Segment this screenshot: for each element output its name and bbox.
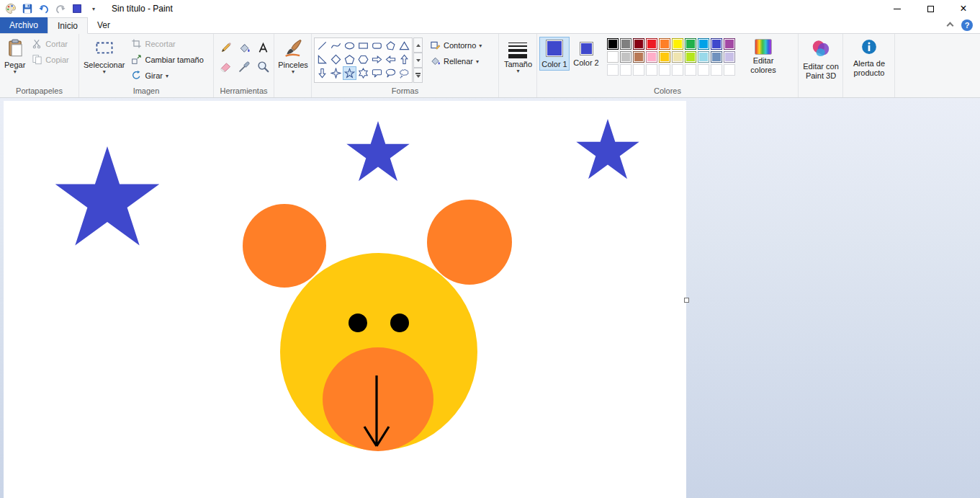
palette-swatch[interactable] <box>646 38 657 50</box>
paint3d-logo-icon <box>811 38 831 61</box>
app-menu-button[interactable] <box>3 1 19 17</box>
undo-button[interactable] <box>36 1 52 17</box>
palette-swatch-empty[interactable] <box>685 64 696 76</box>
eraser-tool-button[interactable] <box>217 58 234 75</box>
tab-inicio[interactable]: Inicio <box>48 17 88 34</box>
paint-canvas[interactable] <box>4 101 686 498</box>
size-button[interactable]: Tamaño ▾ <box>502 36 534 74</box>
palette-swatch[interactable] <box>724 51 735 63</box>
outline-button[interactable]: Contorno ▾ <box>427 37 485 53</box>
canvas-resize-handle[interactable] <box>684 298 689 303</box>
palette-swatch[interactable] <box>659 51 670 63</box>
product-alert-button[interactable]: Alerta de producto <box>845 36 893 77</box>
palette-swatch[interactable] <box>711 38 722 50</box>
shape-polygon[interactable] <box>384 39 397 53</box>
palette-swatch[interactable] <box>724 38 735 50</box>
shape-arrow-up[interactable] <box>397 53 411 66</box>
shape-callout-rect[interactable] <box>370 66 384 80</box>
shape-star4[interactable] <box>329 66 343 80</box>
tab-ver[interactable]: Ver <box>88 17 120 33</box>
eyedropper-tool-button[interactable] <box>235 58 253 75</box>
palette-swatch-empty[interactable] <box>698 64 709 76</box>
palette-swatch[interactable] <box>685 51 696 63</box>
palette-swatch[interactable] <box>633 38 644 50</box>
paste-button[interactable]: Pegar ▾ <box>2 36 27 74</box>
resize-button[interactable]: Cambiar tamaño <box>128 52 206 68</box>
shapes-more-button[interactable] <box>413 68 423 83</box>
palette-swatch-empty[interactable] <box>646 64 657 76</box>
rotate-label: Girar <box>145 71 162 80</box>
maximize-button[interactable] <box>914 0 947 17</box>
edit-colors-button[interactable]: Editar colores <box>742 37 784 74</box>
cut-button[interactable]: Cortar <box>29 36 71 52</box>
palette-swatch[interactable] <box>620 51 631 63</box>
palette-swatch[interactable] <box>698 51 709 63</box>
fill-button[interactable]: Rellenar ▾ <box>427 53 485 69</box>
shape-star6[interactable] <box>356 66 370 80</box>
shape-hexagon[interactable] <box>356 53 370 66</box>
minimize-button[interactable] <box>881 0 914 17</box>
edit-paint3d-button[interactable]: Editar con Paint 3D <box>801 36 841 80</box>
close-button[interactable]: × <box>947 0 980 17</box>
palette-swatch[interactable] <box>672 38 683 50</box>
qat-customize-button[interactable]: ▾ <box>86 1 102 17</box>
palette-swatch[interactable] <box>711 51 722 63</box>
rotate-button[interactable]: Girar ▾ <box>128 68 206 84</box>
shape-star5[interactable] <box>343 66 356 80</box>
fill-tool-button[interactable] <box>235 39 253 56</box>
palette-swatch[interactable] <box>620 38 631 50</box>
pencil-tool-button[interactable] <box>217 39 234 56</box>
shape-pentagon[interactable] <box>343 53 356 66</box>
text-tool-button[interactable] <box>254 39 271 56</box>
color1-button[interactable]: Color 1 <box>539 37 570 71</box>
palette-swatch[interactable] <box>698 38 709 50</box>
canvas-shape-star-top-right <box>576 119 639 179</box>
shape-rect[interactable] <box>356 39 370 53</box>
canvas-shape-ear-right <box>427 200 512 285</box>
crop-button[interactable]: Recortar <box>128 36 206 52</box>
shape-arrow-left[interactable] <box>384 53 397 66</box>
tab-archivo[interactable]: Archivo <box>0 17 48 33</box>
redo-button[interactable] <box>53 1 68 17</box>
palette-swatch-empty[interactable] <box>672 64 683 76</box>
palette-swatch[interactable] <box>607 51 619 63</box>
copy-button[interactable]: Copiar <box>29 52 71 68</box>
palette-swatch-empty[interactable] <box>607 64 619 76</box>
shape-triangle[interactable] <box>397 39 411 53</box>
palette-swatch[interactable] <box>672 51 683 63</box>
palette-swatch[interactable] <box>685 38 696 50</box>
palette-swatch[interactable] <box>633 51 644 63</box>
quick-access-toolbar: ▾ <box>0 1 102 17</box>
product-alert-group: Alerta de producto <box>843 34 895 97</box>
palette-swatch[interactable] <box>646 51 657 63</box>
palette-swatch-empty[interactable] <box>724 64 735 76</box>
qat-extra-button[interactable] <box>69 1 85 17</box>
shape-callout-oval[interactable] <box>384 66 397 80</box>
palette-swatch[interactable] <box>659 38 670 50</box>
palette-swatch-empty[interactable] <box>633 64 644 76</box>
palette-swatch-empty[interactable] <box>659 64 670 76</box>
brushes-button[interactable]: Pinceles ▾ <box>276 36 310 74</box>
shapes-scroll-down-button[interactable] <box>413 53 423 68</box>
shape-diamond[interactable] <box>329 53 343 66</box>
select-button[interactable]: Seleccionar ▾ <box>81 36 127 74</box>
shape-right-triangle[interactable] <box>315 53 329 66</box>
shape-oval[interactable] <box>343 39 356 53</box>
shape-callout-cloud[interactable] <box>397 66 411 80</box>
shapes-scroll-up-button[interactable] <box>413 37 423 53</box>
chevron-down-icon: ▾ <box>516 68 519 74</box>
magnifier-tool-button[interactable] <box>254 58 271 75</box>
palette-swatch-empty[interactable] <box>620 64 631 76</box>
collapse-ribbon-button[interactable] <box>948 20 953 30</box>
shape-line[interactable] <box>315 39 329 53</box>
shape-arrow-right[interactable] <box>370 53 384 66</box>
help-button[interactable]: ? <box>961 19 973 31</box>
palette-swatch-empty[interactable] <box>711 64 722 76</box>
color2-button[interactable]: Color 2 <box>571 37 601 69</box>
shape-round-rect[interactable] <box>370 39 384 53</box>
outline-label: Contorno <box>444 41 476 50</box>
save-button[interactable] <box>19 1 35 17</box>
shape-curve[interactable] <box>329 39 343 53</box>
shape-arrow-down[interactable] <box>315 66 329 80</box>
palette-swatch[interactable] <box>607 38 619 50</box>
